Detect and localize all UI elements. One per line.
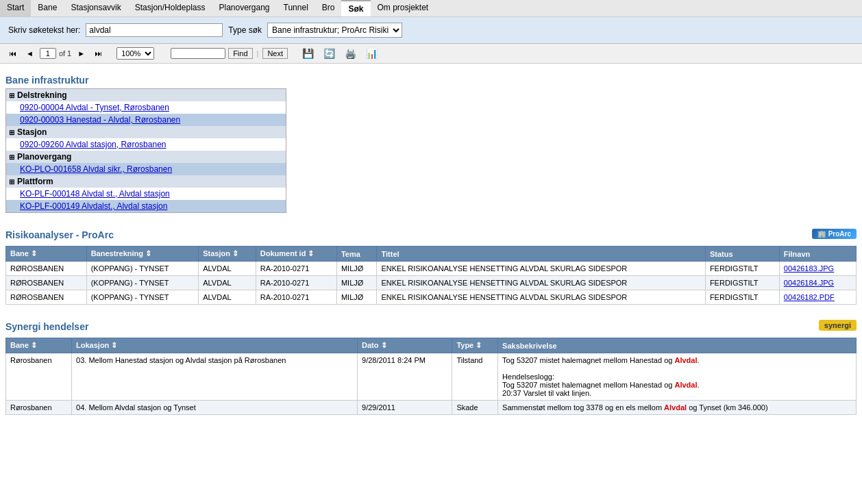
synergi-col-header[interactable]: Type ⇕ <box>452 338 498 353</box>
toolbar: ⏮ ◄ of 1 ► ⏭ 100% 75% 150% Find | Next 💾… <box>0 44 862 64</box>
syn-dato: 9/28/2011 8:24 PM <box>358 353 452 401</box>
infra-section-title: Bane infrastruktur <box>5 75 857 86</box>
item-label: KO-PLF-000149 Alvdalst., Alvdal stasjon <box>20 201 167 211</box>
infra-table: ⊞Delstrekning0920-00004 Alvdal - Tynset,… <box>5 88 286 213</box>
search-box[interactable] <box>171 48 225 59</box>
proarc-icon: 🏢 <box>817 230 826 238</box>
infra-group[interactable]: ⊞Plattform <box>6 175 286 188</box>
risk-section: Risikoanalyser - ProArc 🏢 ProArc Bane ⇕B… <box>5 224 857 305</box>
infra-group[interactable]: ⊞Stasjon <box>6 126 286 138</box>
nav-item-om prosjektet[interactable]: Om prosjektet <box>371 0 436 16</box>
nav-item-tunnel[interactable]: Tunnel <box>277 0 315 16</box>
risk-col-header[interactable]: Tema <box>336 247 377 262</box>
risk-cell: MILJØ <box>336 262 377 276</box>
search-bar: Skriv søketekst her: Type søk Bane infra… <box>0 17 862 44</box>
risk-cell: ALVDAL <box>199 276 256 290</box>
synergi-section-title: Synergi hendelser <box>5 321 88 332</box>
risk-col-header[interactable]: Dokument id ⇕ <box>256 247 336 262</box>
risk-cell: RA-2010-0271 <box>256 262 336 276</box>
nav-item-bane[interactable]: Bane <box>31 0 64 16</box>
risk-cell: ENKEL RISIKOANALYSE HENSETTING ALVDAL SK… <box>377 262 705 276</box>
risk-cell: ENKEL RISIKOANALYSE HENSETTING ALVDAL SK… <box>377 290 705 305</box>
risk-cell[interactable]: 00426184.JPG <box>779 276 856 290</box>
risk-table: Bane ⇕Banestrekning ⇕Stasjon ⇕Dokument i… <box>5 246 857 305</box>
nav-item-stasjon-holdeplass[interactable]: Stasjon/Holdeplass <box>128 0 212 16</box>
nav-item-stasjonsavvik[interactable]: Stasjonsavvik <box>64 0 127 16</box>
nav-item-planovergang[interactable]: Planovergang <box>212 0 276 16</box>
table-row: RØROSBANEN(KOPPANG) - TYNSETALVDALRA-201… <box>6 262 857 276</box>
group-label: Plattform <box>17 177 53 186</box>
risk-cell: RA-2010-0271 <box>256 290 336 305</box>
syn-saksbekrivelse: Tog 53207 mistet halemagnet mellom Hanes… <box>498 353 857 401</box>
search-input[interactable] <box>86 23 223 37</box>
top-nav: StartBaneStasjonsavvikStasjon/Holdeplass… <box>0 0 862 17</box>
page-of: of 1 <box>59 49 71 58</box>
next-result-button[interactable]: Next <box>262 48 288 59</box>
infra-item[interactable]: 0920-00004 Alvdal - Tynset, Rørosbanen <box>6 101 286 114</box>
prev-page-button[interactable]: ◄ <box>23 48 37 59</box>
risk-col-header[interactable]: Tittel <box>377 247 705 262</box>
infra-item[interactable]: KO-PLF-000149 Alvdalst., Alvdal stasjon <box>6 200 286 212</box>
risk-col-header[interactable]: Status <box>705 247 779 262</box>
infra-item[interactable]: 0920-09260 Alvdal stasjon, Rørosbanen <box>6 138 286 151</box>
table-row: RØROSBANEN(KOPPANG) - TYNSETALVDALRA-201… <box>6 290 857 305</box>
synergi-col-header[interactable]: Saksbekrivelse <box>498 338 857 353</box>
risk-cell: RØROSBANEN <box>6 276 87 290</box>
risk-col-header[interactable]: Bane ⇕ <box>6 247 87 262</box>
print-button[interactable]: 🖨️ <box>341 47 360 60</box>
refresh-button[interactable]: 🔄 <box>320 47 338 60</box>
table-row: Rørosbanen04. Mellom Alvdal stasjon og T… <box>6 401 857 415</box>
search-label: Skriv søketekst her: <box>8 25 80 35</box>
syn-dato: 9/29/2011 <box>358 401 452 415</box>
risk-cell[interactable]: 00426182.PDF <box>779 290 856 305</box>
risk-cell: ALVDAL <box>199 290 256 305</box>
main-content: Bane infrastruktur ⊞Delstrekning0920-000… <box>0 64 862 420</box>
last-page-button[interactable]: ⏭ <box>91 48 106 59</box>
synergi-col-header[interactable]: Dato ⇕ <box>358 338 452 353</box>
synergi-col-header[interactable]: Lokasjon ⇕ <box>72 338 358 353</box>
nav-item-start[interactable]: Start <box>0 0 31 16</box>
expand-icon: ⊞ <box>9 153 14 161</box>
type-label: Type søk <box>228 25 262 35</box>
export-button[interactable]: 📊 <box>362 47 381 60</box>
risk-cell: FERDIGSTILT <box>705 276 779 290</box>
risk-cell: RØROSBANEN <box>6 262 87 276</box>
infra-group[interactable]: ⊞Delstrekning <box>6 89 286 101</box>
infra-item[interactable]: KO-PLF-000148 Alvdal st., Alvdal stasjon <box>6 188 286 200</box>
item-label: 0920-09260 Alvdal stasjon, Rørosbanen <box>20 140 166 149</box>
group-label: Stasjon <box>17 127 47 137</box>
table-row: Rørosbanen03. Mellom Hanestad stasjon og… <box>6 353 857 401</box>
risk-col-header[interactable]: Stasjon ⇕ <box>199 247 256 262</box>
syn-lokasjon: 03. Mellom Hanestad stasjon og Alvdal st… <box>72 353 358 401</box>
risk-cell: RØROSBANEN <box>6 290 87 305</box>
risk-cell: (KOPPANG) - TYNSET <box>86 262 199 276</box>
infra-item[interactable]: 0920-00003 Hanestad - Alvdal, Rørosbanen <box>6 114 286 126</box>
risk-cell: (KOPPANG) - TYNSET <box>86 290 199 305</box>
risk-cell: MILJØ <box>336 290 377 305</box>
synergi-col-header[interactable]: Bane ⇕ <box>6 338 72 353</box>
next-page-button[interactable]: ► <box>74 48 88 59</box>
infra-item[interactable]: KO-PLO-001658 Alvdal sikr., Rørosbanen <box>6 163 286 175</box>
risk-cell: ENKEL RISIKOANALYSE HENSETTING ALVDAL SK… <box>377 276 705 290</box>
save-button[interactable]: 💾 <box>299 47 317 60</box>
zoom-select[interactable]: 100% 75% 150% <box>116 47 154 60</box>
first-page-button[interactable]: ⏮ <box>5 48 20 59</box>
nav-item-bro[interactable]: Bro <box>315 0 342 16</box>
infra-group[interactable]: ⊞Planovergang <box>6 151 286 163</box>
syn-saksbekrivelse: Sammenstøt mellom tog 3378 og en els mel… <box>498 401 857 415</box>
page-input[interactable] <box>40 48 56 59</box>
synergi-label: synergi <box>824 321 851 329</box>
risk-col-header[interactable]: Filnavn <box>779 247 856 262</box>
group-label: Delstrekning <box>17 90 67 100</box>
type-select[interactable]: Bane infrastruktur; ProArc Risiki <box>267 23 402 38</box>
risk-cell: (KOPPANG) - TYNSET <box>86 276 199 290</box>
risk-section-title: Risikoanalyser - ProArc <box>5 229 114 240</box>
risk-col-header[interactable]: Banestrekning ⇕ <box>86 247 199 262</box>
proarc-label: ProArc <box>828 230 851 238</box>
syn-type: Skade <box>452 401 498 415</box>
syn-lokasjon: 04. Mellom Alvdal stasjon og Tynset <box>72 401 358 415</box>
risk-cell[interactable]: 00426183.JPG <box>779 262 856 276</box>
nav-item-søk[interactable]: Søk <box>341 0 370 16</box>
syn-bane: Rørosbanen <box>6 353 72 401</box>
find-button[interactable]: Find <box>228 48 252 59</box>
